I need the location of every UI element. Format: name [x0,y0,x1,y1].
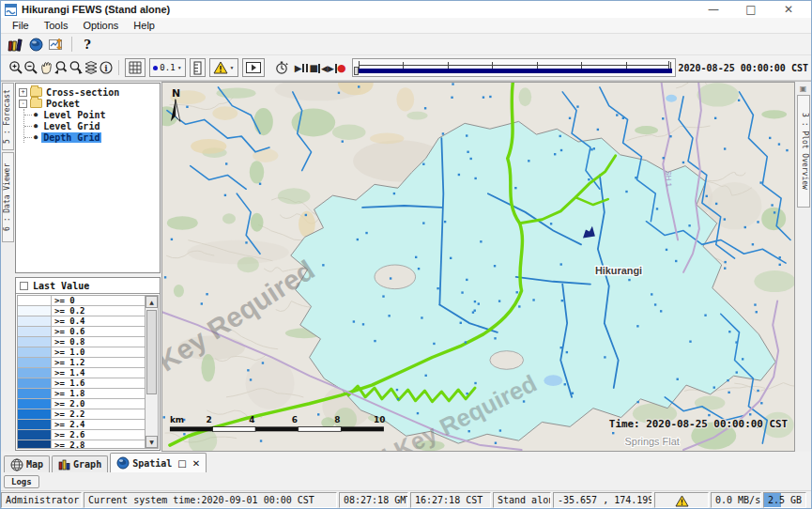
vegetation-patch [332,125,366,140]
record-button[interactable]: ● [337,62,346,74]
legend-row[interactable]: >= 0.4 [18,316,145,327]
legend-row[interactable]: >= 1.2 [18,358,145,368]
tree-node-cross-section[interactable]: + Cross-section [18,86,158,98]
globe-explorer-icon[interactable] [25,36,46,53]
legend-color-swatch [18,358,52,367]
last-value-checkbox[interactable] [20,282,28,290]
level-point-dot [604,356,605,358]
level-point-dot [757,221,758,223]
timeline-tick [448,62,449,69]
legend-row[interactable]: >= 0.8 [18,337,145,347]
legend-row[interactable]: >= 0.2 [18,306,145,316]
tab-spatial[interactable]: Spatial □ ✕ [110,453,207,472]
close-button[interactable]: ✕ [770,3,807,16]
animation-dialog-button[interactable] [242,58,265,77]
globe-icon [116,456,130,470]
vegetation-patch [167,216,198,230]
scrollbar-thumb[interactable] [146,310,157,394]
legend-row[interactable]: >= 0 [18,296,145,306]
level-point-dot [654,303,656,305]
level-point-dot [724,218,726,220]
legend-row[interactable]: >= 0.6 [18,327,145,337]
map-graphic: Hikurangi Springs Flat SH 1 API Key Requ… [162,83,794,451]
warning-filter-dropdown[interactable]: ▼ [209,58,238,77]
vegetation-patch [201,354,215,382]
legend-color-swatch [18,316,52,326]
skip-to-end-button[interactable]: ▶ [328,64,337,73]
legend-row[interactable]: >= 2.6 [18,430,145,440]
tree-node-level-grid[interactable]: ● Level Grid [24,120,158,131]
status-local-time: 16:27:18 CST [410,492,491,508]
level-point-dot [612,432,614,434]
collapse-icon[interactable]: - [19,100,27,108]
zoom-next-icon[interactable] [69,58,84,77]
tab-forecast[interactable]: 5 : Forecast [2,83,14,150]
legend-color-swatch [18,399,52,409]
status-warning-cell[interactable] [654,492,709,508]
lake [544,375,562,386]
vegetation-patch [406,112,427,120]
timeline-slider[interactable] [352,58,676,77]
play-button[interactable]: ▶ [295,63,302,73]
minimize-button[interactable]: — [695,3,732,16]
timeline-tick [403,62,404,69]
tab-plot-overview[interactable]: 3 : Plot Overview [797,95,810,208]
scroll-down-icon[interactable]: ▼ [146,436,158,448]
level-point-dot [224,194,226,196]
vegetation-patch [761,110,787,118]
timeline-handle[interactable] [354,67,359,75]
menu-options[interactable]: Options [75,19,126,32]
menu-help[interactable]: Help [126,19,162,32]
legend-scrollbar[interactable]: ▲ ▼ [145,296,158,448]
legend-row[interactable]: >= 2.2 [18,409,145,420]
logs-button[interactable]: Logs [4,475,39,488]
tab-maximize-icon[interactable]: □ [177,458,186,469]
level-point-dot [550,223,552,224]
scroll-up-icon[interactable]: ▲ [146,296,158,308]
tab-close-icon[interactable]: ✕ [192,458,200,469]
tree-node-depth-grid[interactable]: ● Depth Grid [24,131,158,143]
tree-node-pocket[interactable]: - Pocket [18,98,158,109]
tab-map[interactable]: Map [4,455,50,472]
timeseries-dialog-icon[interactable] [46,36,67,53]
tab-data-viewer[interactable]: 6 : Data Viewer [2,152,14,242]
zoom-previous-icon[interactable] [54,58,69,77]
legend-row[interactable]: >= 2.4 [18,420,145,430]
zoom-out-icon[interactable] [23,58,38,77]
menu-file[interactable]: File [5,19,37,32]
level-point-dot [786,149,788,151]
legend-row[interactable]: >= 1.4 [18,368,145,378]
contour-value-dropdown[interactable]: 0.1 ▼ [149,58,185,77]
vegetation-patch [635,126,658,134]
tree-node-level-point[interactable]: ● Level Point [24,109,158,120]
expand-icon[interactable]: + [19,88,27,97]
tab-graph[interactable]: Graph [52,455,108,472]
legend-row[interactable]: >= 1.0 [18,347,145,358]
layers-icon[interactable] [84,58,99,77]
level-point-dot [588,178,590,180]
grid-display-button[interactable] [125,58,146,77]
zoom-in-icon[interactable] [8,58,23,77]
timer-icon[interactable] [274,58,289,77]
menu-tools[interactable]: Tools [37,19,76,32]
logs-display-icon[interactable] [5,36,25,53]
pan-hand-icon[interactable] [38,58,54,77]
right-tab-strip: ▣ 3 : Plot Overview [795,82,811,452]
legend-row[interactable]: >= 1.8 [18,389,145,399]
legend-row[interactable]: >= 2.0 [18,399,145,409]
stop-button[interactable]: ■ [310,63,318,73]
legend-row[interactable]: >= 1.6 [18,378,145,389]
help-icon[interactable]: ? [77,36,98,53]
pin-icon[interactable]: ▣ [800,85,807,93]
pause-button[interactable] [302,64,310,72]
info-icon[interactable]: i [99,58,114,77]
level-point-dot [474,301,476,302]
skip-to-start-button[interactable]: ◀ [318,64,328,73]
left-panel: + Cross-section - Pocket ● Level Point [14,82,161,452]
vegetation-patch [697,83,739,106]
maximize-button[interactable]: □ [732,3,770,16]
legend-row[interactable]: >= 2.8 [18,440,145,449]
level-point-dot [779,264,781,266]
scale-ruler-button[interactable] [190,58,206,77]
map-canvas[interactable]: Hikurangi Springs Flat SH 1 API Key Requ… [161,82,795,452]
